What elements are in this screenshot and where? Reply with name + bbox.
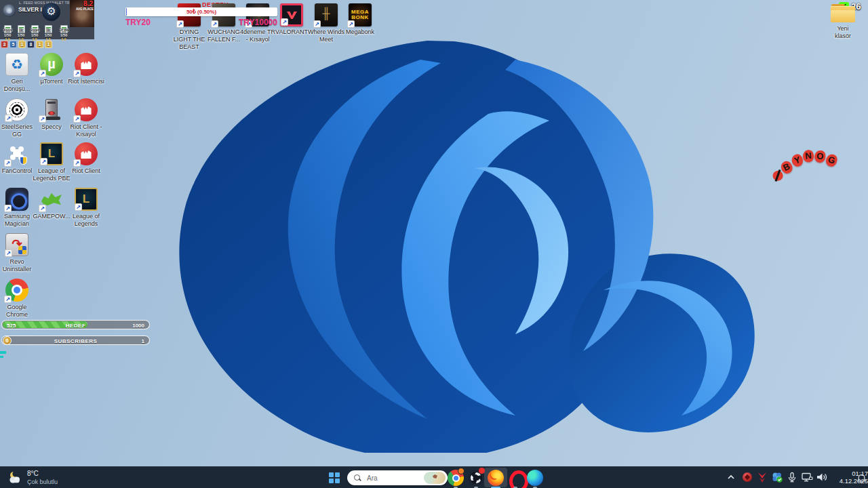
shortcut-arrow-icon: ↗ [39, 70, 46, 77]
red-app-icon [743, 472, 752, 482]
desktop-icon-lol[interactable]: L↗ League of Legends [67, 188, 105, 228]
desktop-icon-valorant[interactable]: ↗ VALORANT [273, 3, 311, 36]
desktop-icon-riot-client-kisayol[interactable]: ↗ Riot Client - Kısayol [67, 98, 105, 138]
weather-condition: Çok bulutlu [27, 479, 58, 486]
bynog-mark-icon [772, 170, 784, 182]
desktop-icon-megabonk[interactable]: MEGA BONK↗ Megabonk [341, 3, 379, 36]
counter-item: Discord 1/50 1.0 [1, 25, 14, 42]
desktop-icon-google-chrome[interactable]: ↗ Google Chrome [0, 279, 36, 319]
taskbar-firefox-icon[interactable] [488, 470, 504, 486]
overlay-caption: L. FEED MOSS MANALET TR [19, 1, 70, 5]
search-input[interactable] [366, 474, 424, 483]
tray-vanguard[interactable] [754, 469, 770, 485]
wallpaper-bloom [136, 33, 760, 453]
shortcut-arrow-icon: ↗ [5, 249, 12, 257]
counter-chip-row: 3 5 1 8 1 1 [1, 41, 52, 48]
desktop-icon-where-winds-meet[interactable]: ╫↗ Where Winds Meet [307, 3, 345, 43]
desktop-icon-riot-client[interactable]: ↗ Riot Client [67, 142, 105, 175]
shortcut-arrow-icon: ↗ [73, 159, 81, 167]
shortcut-arrow-icon: ↗ [4, 296, 12, 303]
shortcut-arrow-icon: ↗ [73, 70, 81, 77]
file-icon: Discord [4, 25, 12, 33]
league-of-legends-icon: L↗ [75, 188, 98, 211]
desktop-icon-steelseries[interactable]: ↗ SteelSeries GG [0, 98, 36, 138]
counter-chip: 1 [45, 41, 52, 48]
folder-icon [831, 4, 855, 23]
start-button[interactable] [326, 470, 343, 486]
tray-chevron-up[interactable] [723, 469, 739, 485]
desktop-icon-samsung-magician[interactable]: ↗ Samsung Magician [0, 188, 36, 228]
samsung-magician-icon: ↗ [5, 188, 28, 211]
megabonk-thumbnail: MEGA BONK↗ [349, 3, 372, 26]
taskbar-search[interactable] [347, 470, 448, 485]
subscribers-target: 1 [142, 338, 144, 344]
desktop-icon-speccy[interactable]: ↗ Speccy [33, 98, 71, 131]
tray-notifications[interactable] [853, 470, 868, 487]
file-icon: 1b [45, 25, 52, 33]
desktop-icon-lol-pbe[interactable]: L↗ League of Legends PBE [33, 142, 71, 182]
shortcut-arrow-icon: ↗ [347, 20, 355, 28]
player-portrait: 8.2 AVG PLACE [70, 0, 94, 27]
monitor-plug-icon [800, 471, 814, 483]
shortcut-arrow-icon: ↗ [75, 203, 82, 211]
steelseries-icon: ↗ [5, 98, 28, 121]
taskbar-edge-icon[interactable] [527, 470, 543, 486]
league-of-legends-icon: L↗ [40, 142, 63, 165]
tray-windows-security[interactable] [769, 469, 785, 485]
avg-place-label: AVG PLACE [76, 7, 94, 11]
shortcut-arrow-icon: ↗ [40, 158, 47, 165]
file-icon: Sistem [31, 25, 39, 33]
tray-red-app[interactable] [739, 469, 755, 485]
file-icon: 1b [18, 25, 25, 33]
microphone-icon [786, 471, 798, 483]
gamepower-icon: ↗ [40, 188, 63, 211]
weather-widget[interactable]: 8°C Çok bulutlu [4, 469, 60, 487]
rank-emblem-icon [3, 4, 16, 17]
subscribers-label: SUBSCRIBERS [2, 338, 149, 344]
riot-icon: ↗ [75, 142, 98, 165]
desktop[interactable]: L. FEED MOSS MANALET TR SILVER I ⚙ 8.2 A… [0, 0, 868, 488]
weather-temp: 8°C [27, 470, 58, 479]
donation-min-label: TRY20 [125, 18, 151, 27]
desktop-icon-revo-uninstaller[interactable]: ↷↗ Revo Uninstaller [0, 233, 36, 273]
counter-chip: 8 [27, 41, 35, 48]
shortcut-arrow-icon: ↗ [4, 205, 12, 212]
desktop-icon-utorrent[interactable]: µ↗ µTorrent [33, 53, 71, 85]
chrome-notification-badge [458, 468, 465, 474]
vanguard-icon [756, 471, 768, 483]
subscribers-bar: 0 SUBSCRIBERS 1 [1, 336, 150, 345]
shortcut-arrow-icon: ↗ [4, 159, 12, 167]
avg-place-value: 8.2 [83, 0, 93, 7]
chrome-icon: ↗ [5, 279, 28, 302]
desktop-icon-gamepower[interactable]: ↗ GAMEPOW... [33, 188, 71, 220]
counter-chip: 3 [1, 41, 8, 48]
tray-microphone[interactable] [784, 469, 800, 485]
search-daily-image[interactable] [424, 472, 446, 484]
bell-icon [856, 473, 867, 485]
rank-label: SILVER I [18, 6, 42, 13]
desktop-icon-riot-istemcisi[interactable]: ↗ Riot İstemcisi [67, 53, 105, 85]
counter-item: Sistem 1/50 1.0 [28, 25, 41, 42]
shortcut-arrow-icon: ↗ [39, 205, 46, 212]
file-icon: Elf War [60, 25, 68, 33]
counter-item: 1b 1/50 1.0 [14, 25, 28, 42]
taskbar-opera-icon[interactable] [507, 470, 524, 486]
tray-speaker[interactable] [814, 469, 830, 485]
tray-display-hardware[interactable] [799, 469, 815, 485]
speccy-icon: ↗ [40, 98, 63, 121]
shortcut-arrow-icon: ↗ [211, 20, 218, 28]
donation-progress-bar: 50₺ (0.50%) [125, 7, 277, 16]
speaker-icon [815, 471, 829, 483]
valorant-thumbnail: ↗ [280, 3, 303, 26]
desktop-icon-fancontrol[interactable]: ↗ FanControl [0, 142, 36, 175]
shortcut-arrow-icon: ↗ [313, 20, 321, 28]
counter-chip: 5 [9, 41, 17, 48]
riot-icon: ↗ [75, 98, 98, 121]
stream-stats-overlay: L. FEED MOSS MANALET TR SILVER I ⚙ 8.2 A… [0, 0, 94, 39]
desktop-icon-yeni-klasor[interactable]: Yeni klasör [829, 4, 857, 40]
security-shield-icon [771, 471, 783, 483]
desktop-icon-recycle-bin[interactable]: ♻ Geri Dönüşü... [0, 53, 36, 93]
hedef-label: HEDEF [2, 323, 149, 329]
shortcut-arrow-icon: ↗ [73, 115, 81, 123]
counter-chip: 1 [36, 41, 43, 48]
